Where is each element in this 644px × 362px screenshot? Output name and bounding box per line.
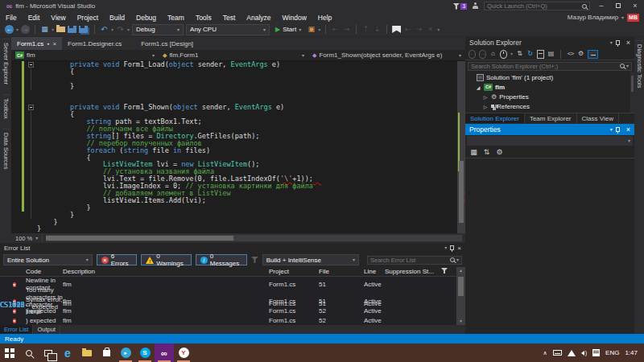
member-dropdown[interactable]: ◆ Form1_Shown(object sender, EventArgs e… (308, 50, 465, 60)
error-row[interactable]: ×CS1010Newline in constantflmForm1.cs51A… (0, 277, 456, 286)
warnings-toggle-button[interactable]: ! 0 Warnings (141, 254, 192, 265)
overflow-caret-icon[interactable]: ▾ (318, 27, 320, 32)
feedback-button[interactable] (473, 2, 478, 10)
bookmark-icon[interactable] (392, 26, 401, 33)
window-position-icon[interactable]: ▾ (610, 40, 613, 45)
tab-error-list[interactable]: Error List (0, 325, 33, 334)
scroll-down-icon[interactable]: ▼ (456, 318, 465, 325)
navigate-forward-disabled-icon[interactable]: ⇢ (342, 25, 351, 35)
menu-team[interactable]: Team (162, 12, 190, 23)
minimize-button[interactable]: – (596, 1, 607, 11)
start-debugging-button[interactable]: ▶ Start ▾ (272, 24, 304, 35)
add-item-icon[interactable]: ▦ (40, 25, 49, 35)
error-row[interactable]: ×CS1026) expectedflmForm1.cs52Active (0, 315, 456, 325)
collapse-all-icon[interactable] (537, 50, 544, 59)
column-header-code[interactable]: Code (26, 268, 63, 275)
error-list-scrollbar[interactable]: ▲ ▼ (456, 267, 465, 325)
collapsed-icon[interactable]: ▷ (482, 94, 489, 100)
menu-project[interactable]: Project (72, 12, 104, 23)
nav-back-caret-icon[interactable]: ▾ (16, 27, 19, 32)
undo-caret-icon[interactable]: ▾ (111, 27, 114, 32)
taskbar-store[interactable] (97, 343, 116, 362)
bookmark-next-disabled-icon[interactable]: ⇢ (415, 25, 423, 35)
window-position-icon[interactable]: ▾ (444, 245, 447, 250)
quick-launch-input[interactable] (487, 2, 580, 10)
close-icon[interactable]: × (626, 125, 630, 134)
nav-forward-icon[interactable]: → (21, 25, 30, 34)
taskbar-edge[interactable]: e (58, 343, 77, 362)
close-icon[interactable]: × (457, 245, 461, 252)
forward-disabled-icon[interactable]: → (479, 50, 486, 59)
menu-edit[interactable]: Edit (23, 12, 46, 23)
bookmark-prev-disabled-icon[interactable]: ⇠ (403, 25, 412, 35)
user-avatar[interactable]: МВ (627, 14, 639, 22)
clock[interactable]: 1:47 (625, 349, 638, 356)
column-header-description[interactable]: Description (63, 268, 269, 275)
properties-object-dropdown[interactable]: ▾ (467, 136, 633, 146)
pin-icon[interactable] (616, 127, 620, 132)
column-header-file[interactable]: File (319, 268, 364, 275)
chevron-up-icon[interactable]: ∧ (543, 350, 547, 356)
taskbar-start[interactable] (0, 343, 19, 362)
tree-item-flm[interactable]: ◢C#flm (465, 82, 634, 92)
restore-button[interactable] (613, 1, 624, 11)
home-icon[interactable]: ⌂ (489, 50, 497, 59)
scroll-up-icon[interactable]: ▲ (456, 267, 465, 274)
error-search-input[interactable] (370, 257, 448, 264)
error-scope-dropdown[interactable]: Entire Solution▾ (3, 254, 93, 265)
taskbar-file-explorer[interactable] (77, 343, 97, 362)
project-dropdown[interactable]: C# flm ▾ (11, 50, 159, 60)
taskbar-skype[interactable]: S (135, 343, 155, 362)
redo-icon[interactable]: ↷ (116, 25, 125, 35)
volume-icon[interactable]: ) (581, 350, 587, 356)
error-source-dropdown[interactable]: Build + IntelliSense▾ (262, 254, 359, 265)
menu-view[interactable]: View (45, 12, 71, 23)
zoom-dropdown[interactable]: 100 % ▾ (11, 233, 43, 243)
pin-icon[interactable] (616, 40, 620, 45)
sync-icon[interactable]: ⇅ (516, 50, 523, 59)
column-header-suppression-st[interactable]: Suppression St... (385, 268, 441, 275)
editor-tab-form1-designer-cs[interactable]: Form1.Designer.cs (62, 37, 127, 50)
menu-debug[interactable]: Debug (130, 12, 162, 23)
errors-toggle-button[interactable]: × 6 Errors (97, 254, 137, 265)
menu-tools[interactable]: Tools (190, 12, 217, 23)
pending-changes-icon[interactable] (500, 50, 507, 59)
tab-solution-explorer[interactable]: Solution Explorer (465, 113, 525, 123)
taskbar-task-view[interactable] (39, 343, 58, 362)
language-indicator[interactable]: ENG (605, 349, 619, 356)
taskbar-yandex[interactable]: Y (174, 343, 193, 362)
property-pages-icon[interactable]: ⚙ (495, 147, 504, 157)
column-header-line[interactable]: Line (364, 268, 385, 275)
preview-selected-items-icon[interactable] (588, 50, 598, 59)
touch-keyboard-icon[interactable] (553, 350, 562, 356)
tool-tab-toolbox[interactable]: Toolbox (2, 94, 10, 122)
redo-caret-icon[interactable]: ▾ (127, 27, 130, 32)
wifi-icon[interactable] (568, 350, 576, 356)
tab-output[interactable]: Output (33, 325, 60, 334)
fold-collapse-icon[interactable] (28, 62, 34, 68)
pending-caret-icon[interactable]: ▾ (510, 51, 513, 56)
error-row[interactable]: ×CS1012Too many characters in character … (0, 286, 456, 296)
line-up-disabled-icon[interactable]: ⇡ (361, 25, 370, 35)
solution-configuration-dropdown[interactable]: Debug▾ (132, 24, 184, 35)
add-item-caret-icon[interactable]: ▾ (52, 27, 54, 32)
alphabetical-icon[interactable]: ⇅ (482, 147, 491, 157)
close-button[interactable]: × (630, 1, 641, 11)
menu-window[interactable]: Window (277, 12, 312, 23)
solution-search-box[interactable]: ▾ (468, 62, 632, 71)
taskbar-telegram[interactable]: ▸ (116, 343, 135, 362)
expanded-icon[interactable]: ◢ (475, 84, 481, 90)
close-tab-icon[interactable]: × (52, 40, 56, 47)
refresh-icon[interactable]: ↻ (526, 50, 534, 59)
solution-search-input[interactable] (471, 63, 618, 70)
view-code-icon[interactable]: <> (567, 50, 574, 59)
tree-item-properties[interactable]: ▷⚙Properties (465, 92, 634, 101)
editor-vertical-scrollbar[interactable] (457, 61, 465, 233)
editor-tab-form1-cs-design[interactable]: Form1.cs [Design] (135, 37, 199, 50)
close-icon[interactable]: × (626, 39, 630, 47)
overflow-caret-icon[interactable]: ▾ (437, 27, 440, 32)
scrollbar-thumb[interactable] (459, 161, 464, 223)
tab-class-view[interactable]: Class View (577, 113, 619, 123)
show-all-files-icon[interactable]: ▤ (547, 50, 555, 59)
tree-item-references[interactable]: ▷References (465, 101, 634, 111)
